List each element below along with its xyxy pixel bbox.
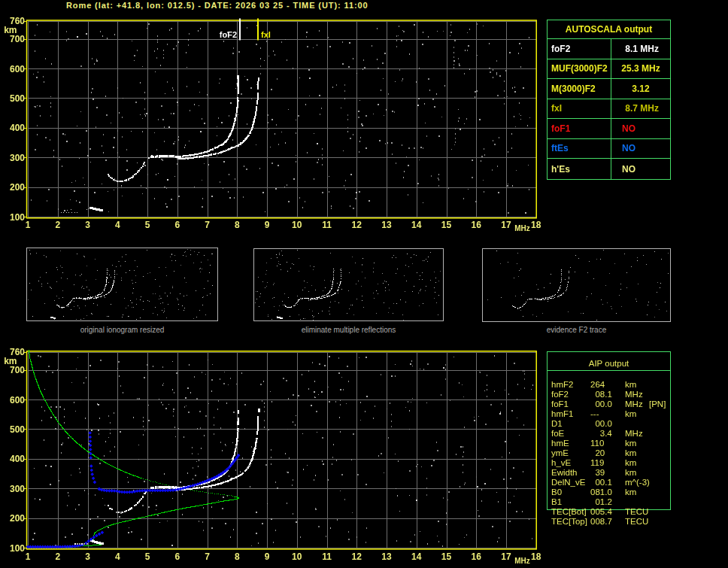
- aip-param: TEC[Top]: [551, 517, 587, 527]
- aip-unit: km: [625, 439, 636, 448]
- aip-unit: MHz: [625, 429, 643, 439]
- aip-row-foF2: foF2 08.1MHz: [547, 390, 727, 399]
- bottom-ionogram-plot: [0, 342, 549, 568]
- aip-param: foF2: [551, 390, 569, 399]
- aip-param: hmF1: [551, 409, 573, 419]
- autoscala-param-value: 3.12: [611, 79, 670, 99]
- aip-unit: km: [625, 488, 636, 497]
- aip-unit: km: [625, 448, 636, 458]
- aip-value: 20: [590, 448, 605, 458]
- aip-unit: TECU: [625, 507, 648, 517]
- aip-unit: MHz: [625, 399, 643, 409]
- aip-value: 3.4: [590, 429, 612, 439]
- aip-unit: km: [625, 380, 636, 390]
- aip-param: h_vE: [551, 458, 571, 468]
- aip-value: 00.0: [590, 419, 612, 429]
- aip-param: B1: [551, 497, 562, 507]
- autoscala-param-value: 8.7 MHz: [611, 99, 670, 119]
- aip-unit: km: [625, 458, 636, 468]
- aip-row-TEC[Bot]: TEC[Bot]005.4TECU: [547, 507, 727, 517]
- aip-value: 01.2: [590, 497, 612, 507]
- thumbnail-evidence-f2-trace: [482, 248, 671, 322]
- autoscala-param-label: M(3000)F2: [548, 79, 611, 99]
- aip-value: 39: [590, 468, 605, 478]
- autoscala-param-label: ftEs: [548, 139, 611, 159]
- aip-param: hmE: [551, 439, 569, 448]
- aip-row-foE: foE 3.4MHz: [547, 429, 727, 439]
- aip-row-TEC[Top]: TEC[Top]008.7TECU: [547, 517, 727, 527]
- aip-row-ymE: ymE 20km: [547, 448, 727, 458]
- aip-param: hmF2: [551, 380, 573, 390]
- aip-unit: m^(-3): [625, 478, 650, 488]
- thumbnail-caption: eliminate multiple reflections: [253, 326, 444, 335]
- aip-param: B0: [551, 488, 562, 497]
- aip-param: D1: [551, 419, 563, 429]
- autoscala-row-foF2: foF2 8.1 MHz: [548, 39, 670, 59]
- thumbnail-caption: evidence F2 trace: [482, 326, 671, 335]
- aip-value: 008.7: [590, 517, 612, 527]
- aip-unit: km: [625, 409, 636, 419]
- aip-value: 110: [590, 439, 604, 448]
- autoscala-row-fxI: fxI 8.7 MHz: [548, 99, 670, 120]
- aip-row-hmF1: hmF1---km: [547, 409, 727, 419]
- aip-param: foE: [551, 429, 564, 439]
- aip-value: 081.0: [590, 488, 612, 497]
- aip-note: [PN]: [649, 399, 666, 409]
- aip-row-Ewidth: Ewidth 39km: [547, 468, 727, 478]
- thumbnail-caption: original ionogram resized: [26, 326, 218, 335]
- aip-row-h_vE: h_vE119km: [547, 458, 727, 468]
- autoscala-param-label: MUF(3000)F2: [548, 59, 611, 79]
- autoscala-param-value: NO: [611, 119, 670, 138]
- autoscala-param-label: fxI: [548, 99, 611, 119]
- autoscala-param-label: foF1: [548, 119, 611, 138]
- aip-param: foF1: [551, 399, 569, 409]
- autoscala-row-M(3000)F2: M(3000)F23.12: [548, 79, 670, 99]
- autoscala-param-value: 8.1 MHz: [611, 39, 670, 59]
- aip-value: 08.1: [590, 390, 612, 399]
- autoscala-row-foF1: foF1NO: [548, 119, 670, 139]
- aip-unit: TECU: [625, 517, 648, 527]
- aip-row-hmE: hmE110km: [547, 439, 727, 448]
- aip-table-divider: [547, 370, 671, 371]
- aip-value: 00.1: [590, 478, 612, 488]
- aip-value: 005.4: [590, 507, 612, 517]
- aip-value: 264: [590, 380, 605, 390]
- aip-table-title: AIP output: [547, 359, 671, 368]
- aip-unit: MHz: [625, 390, 643, 399]
- page-title: Rome (lat: +41.8, lon: 012.5) - DATE: 20…: [66, 1, 369, 10]
- top-ionogram-plot: [0, 12, 549, 238]
- autoscala-param-label: h'Es: [548, 159, 611, 180]
- aip-param: ymE: [551, 448, 569, 458]
- autoscala-output-table: AUTOSCALA output foF2 8.1 MHzMUF(3000)F2…: [547, 20, 671, 180]
- thumbnail-original-ionogram: [26, 248, 218, 321]
- aip-param: Ewidth: [551, 468, 578, 478]
- aip-row-D1: D1 00.0: [547, 419, 727, 429]
- autoscala-row-MUF(3000)F2: MUF(3000)F225.3 MHz: [548, 59, 670, 80]
- aip-param: TEC[Bot]: [551, 507, 587, 517]
- aip-row-B0: B0081.0km: [547, 488, 727, 497]
- autoscala-param-value: 25.3 MHz: [611, 59, 670, 79]
- autoscala-row-ftEs: ftEsNO: [548, 139, 670, 159]
- autoscala-param-value: NO: [611, 139, 670, 159]
- aip-row-B1: B1 01.2: [547, 497, 727, 507]
- aip-param: DelN_vE: [551, 478, 585, 488]
- autoscala-param-value: NO: [611, 159, 670, 180]
- aip-value: 119: [590, 458, 604, 468]
- aip-row-DelN_vE: DelN_vE 00.1m^(-3): [547, 478, 727, 488]
- autoscala-screen: Rome (lat: +41.8, lon: 012.5) - DATE: 20…: [0, 0, 728, 568]
- aip-value: 00.0: [590, 399, 612, 409]
- aip-row-foF1: foF1 00.0MHz[PN]: [547, 399, 727, 409]
- aip-row-hmF2: hmF2264km: [547, 380, 727, 390]
- autoscala-row-h'Es: h'EsNO: [548, 159, 670, 180]
- aip-value: ---: [590, 409, 599, 419]
- aip-unit: km: [625, 468, 636, 478]
- autoscala-table-title: AUTOSCALA output: [548, 20, 670, 39]
- autoscala-param-label: foF2: [548, 39, 611, 59]
- thumbnail-eliminate-reflections: [253, 248, 444, 321]
